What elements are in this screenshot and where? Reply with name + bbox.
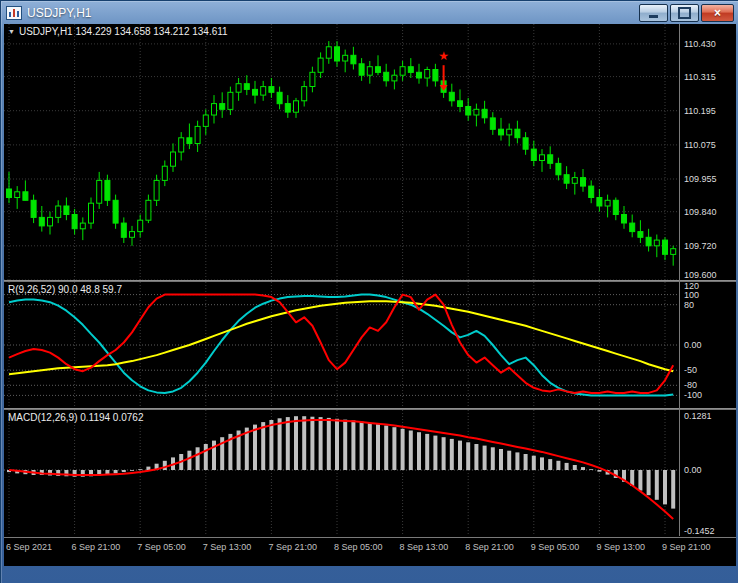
axis-tick-label: 109.720 <box>684 242 717 251</box>
chart-area: ★ 110.430110.315110.195110.075109.955109… <box>4 24 736 566</box>
axis-tick-label: 110.075 <box>684 141 716 150</box>
axis-tick-label: -80 <box>684 381 697 390</box>
macd-panel[interactable] <box>4 410 679 536</box>
time-tick-label: 7 Sep 21:00 <box>268 542 317 552</box>
time-tick-label: 8 Sep 05:00 <box>334 542 383 552</box>
close-icon: × <box>714 7 721 19</box>
axis-tick-label: 109.840 <box>684 208 717 217</box>
axis-tick-label: -0.1452 <box>684 527 715 536</box>
macd-grid <box>4 410 679 536</box>
time-tick-label: 6 Sep 21:00 <box>72 542 121 552</box>
symbol-dropdown-icon: ▼ <box>8 28 15 35</box>
macd-label: MACD(12,26,9) 0.1194 0.0762 <box>8 412 143 423</box>
axis-tick-label: 100 <box>684 291 699 300</box>
time-tick-label: 8 Sep 13:00 <box>400 542 449 552</box>
panel-divider[interactable] <box>4 408 736 410</box>
time-tick-label: 7 Sep 13:00 <box>203 542 252 552</box>
axis-tick-label: -50 <box>684 366 697 375</box>
mt4-chart-window: USDJPY,H1 × ★ 110.430110.315110.195110.0… <box>0 0 738 583</box>
chart-window-icon <box>6 6 22 20</box>
time-tick-label: 6 Sep 2021 <box>6 542 52 552</box>
axis-tick-label: 0.00 <box>684 341 702 350</box>
oscillator-panel[interactable] <box>4 282 679 408</box>
macd-histogram <box>9 416 673 508</box>
oscillator-grid <box>4 282 679 408</box>
axis-tick-label: 110.315 <box>684 73 716 82</box>
oscillator-label: R(9,26,52) 90.0 48.8 59.7 <box>8 284 122 295</box>
sell-signal-marker[interactable]: ★ <box>438 49 449 92</box>
panel-divider[interactable] <box>4 280 736 282</box>
maximize-button[interactable] <box>670 4 699 22</box>
chart-symbol-label: ▼ USDJPY,H1 134.229 134.658 134.212 134.… <box>8 26 228 37</box>
axis-tick-label: 0.00 <box>684 466 702 475</box>
axis-tick-label: 110.430 <box>684 40 716 49</box>
maximize-icon <box>678 7 691 19</box>
window-title: USDJPY,H1 <box>27 6 634 20</box>
time-tick-label: 8 Sep 21:00 <box>465 542 514 552</box>
time-tick-label: 9 Sep 21:00 <box>662 542 711 552</box>
axis-tick-label: 0.1281 <box>684 412 712 421</box>
time-tick-label: 7 Sep 05:00 <box>137 542 186 552</box>
axis-tick-label: -100 <box>684 391 702 400</box>
close-button[interactable]: × <box>701 4 734 22</box>
time-axis[interactable]: 6 Sep 20216 Sep 21:007 Sep 05:007 Sep 13… <box>4 537 736 566</box>
svg-text:★: ★ <box>438 49 449 63</box>
axis-tick-label: 109.600 <box>684 271 717 280</box>
window-controls: × <box>639 4 734 22</box>
time-tick-label: 9 Sep 13:00 <box>596 542 645 552</box>
minimize-button[interactable] <box>639 4 668 22</box>
time-tick-label: 9 Sep 05:00 <box>531 542 580 552</box>
main-price-chart[interactable]: ★ <box>4 24 679 280</box>
title-bar[interactable]: USDJPY,H1 × <box>1 1 738 24</box>
candles <box>7 41 676 266</box>
ohlc-label: USDJPY,H1 134.229 134.658 134.212 134.61… <box>19 26 228 37</box>
main-grid <box>4 24 679 280</box>
axis-tick-label: 109.955 <box>684 175 717 184</box>
price-axis[interactable]: 110.430110.315110.195110.075109.955109.8… <box>680 24 736 536</box>
minimize-icon <box>649 15 658 18</box>
axis-tick-label: 110.195 <box>684 107 716 116</box>
axis-tick-label: 80 <box>684 301 694 310</box>
